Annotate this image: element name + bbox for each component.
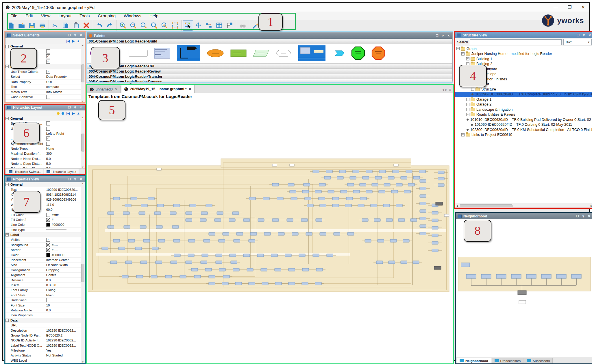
tree-item[interactable]: 101060-IDEC00620#IDTF:0 Curbing 0 Start:… [455,122,592,128]
property-value[interactable] [46,121,81,125]
nav-icon[interactable]: |◀ [66,111,70,115]
property-value[interactable]: 102290-IDEC00620... [46,188,81,191]
palette-section[interactable]: 005-CosmosPM.com LogicReader-Process [87,79,452,84]
property-value[interactable]: Center [46,273,81,277]
edit-mode-button[interactable] [183,20,193,31]
close-icon[interactable]: ✕ [79,178,83,181]
palette-section[interactable]: 004-CosmosPM.com LogicReader-Transfer [87,74,452,79]
menu-edit[interactable]: Edit [22,12,36,19]
minimize-button[interactable]: — [554,5,558,10]
nav-icon[interactable]: ▲ [77,111,80,115]
property-value[interactable]: 5.0 [46,162,81,165]
property-value[interactable]: #---- [46,243,81,247]
section-header-data[interactable]: −Data [5,318,81,323]
checkbox-unchecked[interactable] [46,298,50,302]
property-value[interactable]: 0 3 0 0 [46,283,81,287]
palette-section[interactable]: 002-CosmosPM.com LogicReader-CPL [87,64,452,69]
expander-icon[interactable]: + [461,133,465,136]
maximize-button[interactable]: ❐ [568,5,571,10]
collapse-icon[interactable]: − [5,319,9,322]
document-tab[interactable]: 2025May19_15-...name.graphml *✕ [121,85,194,93]
palette-shape-card-blue[interactable] [154,48,170,60]
zoom-original-button[interactable]: 1 [138,20,149,31]
checkbox-unchecked[interactable] [46,127,50,131]
property-value[interactable]: 5.0 [46,157,81,160]
property-value[interactable]: #---- [46,218,81,222]
tree-item[interactable]: +Structure [455,87,592,92]
scrollbar[interactable]: ▲▼ [81,116,85,169]
close-icon[interactable]: ✕ [79,34,83,37]
property-value[interactable]: #000000 [46,253,81,257]
menu-grouping[interactable]: Grouping [94,12,119,19]
tree-item[interactable]: −Graph [455,46,592,51]
checkbox-checked[interactable]: ✓ [46,60,50,64]
menu-tools[interactable]: Tools [76,12,93,19]
scroll-tabs-left-icon[interactable]: ◃ [442,88,445,93]
grid-button[interactable] [214,20,224,31]
expander-icon[interactable]: − [466,62,469,66]
checkbox-unchecked[interactable] [46,49,50,53]
paste-button[interactable] [71,20,81,31]
property-value[interactable]: None [46,147,81,150]
neighborhood-tab-neighborhood[interactable]: Neighborhood [457,358,491,363]
collapse-icon[interactable]: − [5,65,9,68]
checkbox-checked[interactable]: ✓ [46,54,50,58]
property-value[interactable]: ✓ [46,70,81,74]
cut-button[interactable]: ✂ [50,20,60,31]
settings-icon[interactable] [62,112,64,115]
property-value[interactable]: ✓ [46,60,81,64]
move-viewport-button[interactable] [193,20,204,31]
undo-button[interactable] [94,20,105,31]
pin-icon[interactable]: ⚲ [581,215,585,218]
section-header-label[interactable]: −Label [5,232,81,237]
property-value[interactable]: 0.0 [46,308,81,312]
nav-icon[interactable]: |◀ [66,39,70,43]
float-icon[interactable]: ❐ [67,178,71,181]
copy-button[interactable] [60,20,71,31]
property-value[interactable] [46,49,81,53]
pin-icon[interactable]: ⚲ [73,178,77,181]
property-value[interactable]: ✓ [46,136,81,141]
checkbox-unchecked[interactable] [46,121,50,125]
property-value[interactable]: Data Property [46,75,81,78]
property-value[interactable]: Cropping [46,268,81,272]
overview-button[interactable] [224,20,235,31]
palette-shape-rect-white[interactable] [129,49,148,59]
tree-item[interactable]: +Garage 1 [455,97,592,102]
property-value[interactable]: 300 [46,152,81,155]
property-value[interactable]: Left to Right [46,132,81,135]
hierarchic-tab[interactable]: Hierarchic Layout [44,169,79,174]
close-button[interactable]: ✕ [581,5,585,10]
property-value[interactable]: URL [46,80,81,84]
property-value[interactable]: 60.0 [46,208,81,211]
expander-icon[interactable]: + [466,103,469,106]
checkbox-checked[interactable]: ✓ [46,136,50,141]
property-value[interactable]: Dialog [46,288,81,292]
property-value[interactable]: 929.6099206349206 [46,198,81,201]
document-tab[interactable]: unnamed0✕ [87,86,121,93]
palette-shape-ellipse-orange[interactable] [207,49,224,59]
property-value[interactable]: 8034.182150982114 [46,193,81,196]
property-value[interactable]: ✓ [46,238,81,242]
open-file-button[interactable] [16,20,27,31]
menu-view[interactable]: View [38,12,54,19]
zoom-button[interactable] [149,20,159,31]
zoom-selection-button[interactable] [159,20,170,31]
save-button[interactable] [27,20,37,31]
palette-shape-hexagon-white[interactable] [275,49,292,58]
zoom-in-button[interactable] [118,20,128,31]
palette-section[interactable]: 003-CosmosPM.com LogicReader-Review [87,69,452,74]
close-tab-icon[interactable]: ✕ [115,88,117,91]
scrollbar[interactable]: ▲▼ [81,182,85,363]
hierarchic-tab[interactable]: Hierarchic Swimla.. [6,169,43,174]
search-filter-dropdown[interactable]: Text ▼ [563,39,592,45]
property-value[interactable]: #ffffff [46,213,81,217]
close-icon[interactable]: ✕ [79,106,83,109]
close-icon[interactable]: ✕ [447,34,451,37]
property-value[interactable]: Not Started [46,354,81,357]
property-value[interactable] [46,230,81,230]
expander-icon[interactable]: + [466,108,469,111]
pin-icon[interactable]: ⚲ [582,34,586,37]
pin-icon[interactable]: ⚲ [441,34,445,37]
pin-icon[interactable]: ⚲ [73,34,77,37]
